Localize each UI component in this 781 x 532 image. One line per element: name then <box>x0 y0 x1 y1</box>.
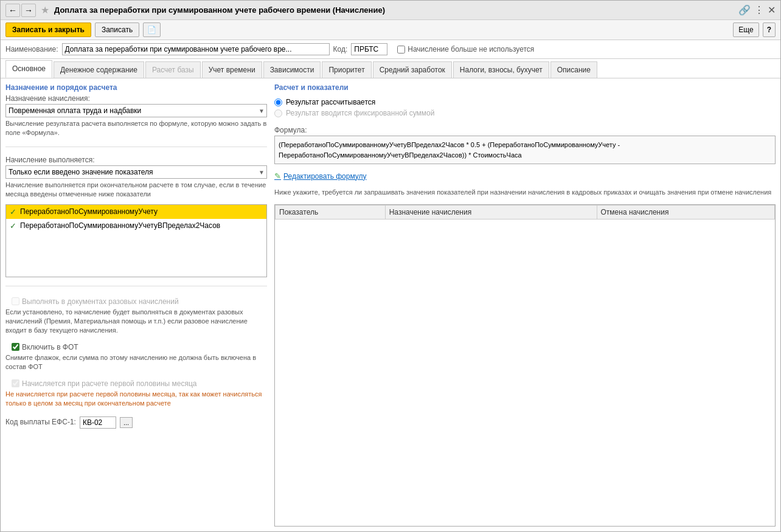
section-execution: Начисление выполняется: Только если введ… <box>5 156 267 199</box>
not-used-checkbox[interactable] <box>397 46 405 54</box>
radio-group: Результат рассчитывается Результат вводи… <box>274 98 776 117</box>
col-cancel: Отмена начисления <box>597 206 775 219</box>
separator-1 <box>5 147 267 147</box>
link-icon[interactable]: 🔗 <box>738 4 751 16</box>
left-panel: Назначение и порядок расчета Назначение … <box>5 83 267 527</box>
section-half: Начисляется при расчете первой половины … <box>5 379 267 409</box>
toolbar: Записать и закрыть Записать 📄 Еще ? <box>1 20 780 40</box>
fot-checkbox[interactable] <box>12 343 19 351</box>
tab-calc-base: Расчет базы <box>145 61 201 78</box>
formula-box: (ПереработаноПоСуммированномуУчетуВПреде… <box>274 136 776 164</box>
tab-main[interactable]: Основное <box>5 60 52 78</box>
save-button[interactable]: Записать <box>95 22 139 37</box>
tab-avg-wage[interactable]: Средний заработок <box>373 61 452 78</box>
check-icon-2: ✓ <box>10 221 16 230</box>
efs-label: Код выплаты ЕФС-1: <box>5 418 76 426</box>
efs-input[interactable] <box>80 416 116 429</box>
half-info: Не начисляется при расчете первой полови… <box>5 390 267 409</box>
assignment-label: Назначение начисления: <box>5 94 267 103</box>
section-assignment: Назначение и порядок расчета Назначение … <box>5 83 267 138</box>
list-item-1[interactable]: ✓ ПереработаноПоСуммированномуУчету <box>6 205 266 219</box>
window-title: Доплата за переработки при суммированном… <box>54 5 734 15</box>
title-bar: ← → ★ Доплата за переработки при суммиро… <box>1 1 780 20</box>
col-indicator: Показатель <box>276 206 386 219</box>
more-dots-icon[interactable]: ⋮ <box>754 4 764 16</box>
assignment-select-wrapper: Повременная оплата труда и надбавки ▼ <box>5 104 267 117</box>
execution-label: Начисление выполняется: <box>5 156 267 164</box>
main-content: Назначение и порядок расчета Назначение … <box>1 78 780 531</box>
indicators-table: Показатель Назначение начисления Отмена … <box>275 205 775 219</box>
fot-info: Снимите флажок, если сумма по этому начи… <box>5 353 267 372</box>
fot-label: Включить в ФОТ <box>22 343 78 351</box>
check-icon-1: ✓ <box>10 207 16 216</box>
document-button[interactable]: 📄 <box>143 22 161 37</box>
tab-taxes[interactable]: Налоги, взносы, бухучет <box>453 61 549 78</box>
not-used-label: Начисление больше не используется <box>408 45 534 54</box>
fot-checkbox-label[interactable]: Включить в ФОТ <box>12 343 267 351</box>
checklist-item-label-1: ПереработаноПоСуммированномуУчету <box>20 207 158 216</box>
section-title-calc: Расчет и показатели <box>274 83 776 92</box>
tab-time[interactable]: Учет времени <box>202 61 262 78</box>
indicators-table-wrapper: Показатель Назначение начисления Отмена … <box>274 204 776 527</box>
radio-calculated-text: Результат рассчитывается <box>286 98 375 106</box>
col-assign: Назначение начисления <box>385 206 597 219</box>
efs-browse-button[interactable]: ... <box>120 417 133 428</box>
radio-fixed-text: Результат вводится фиксированной суммой <box>286 109 434 117</box>
checklist-item-label-2: ПереработаноПоСуммированномуУчетуВПредел… <box>20 221 220 230</box>
edit-formula-label: Редактировать формулу <box>283 172 367 181</box>
more-button[interactable]: Еще <box>733 22 758 37</box>
razov-info: Если установлено, то начисление будет вы… <box>5 308 267 336</box>
radio-fixed-label: Результат вводится фиксированной суммой <box>274 109 776 117</box>
execution-select-wrapper: Только если введено значение показателя … <box>5 165 267 179</box>
section-fot: Включить в ФОТ Снимите флажок, если сумм… <box>5 343 267 372</box>
table-header: Показатель Назначение начисления Отмена … <box>276 206 775 219</box>
razov-label: Выполнять в документах разовых начислени… <box>22 297 179 306</box>
name-bar: Наименование: Доплата за переработки при… <box>1 40 780 59</box>
table-info-text: Ниже укажите, требуется ли запрашивать з… <box>274 188 776 197</box>
title-icon-group: 🔗 ⋮ ✕ <box>738 4 776 16</box>
pencil-icon: ✎ <box>274 171 281 181</box>
tab-money[interactable]: Денежное содержание <box>54 61 144 78</box>
name-value[interactable]: Доплата за переработки при суммированном… <box>62 43 330 55</box>
info-text-2: Начисление выполняется при окончательном… <box>5 181 267 199</box>
efs-row: Код выплаты ЕФС-1: ... <box>5 416 267 429</box>
half-checkbox <box>12 379 19 387</box>
code-input[interactable] <box>351 43 387 55</box>
formula-section: Формула: (ПереработаноПоСуммированномуУч… <box>274 126 776 168</box>
forward-button[interactable]: → <box>21 4 36 17</box>
tab-deps[interactable]: Зависимости <box>263 61 321 78</box>
execution-select[interactable]: Только если введено значение показателя <box>5 165 267 179</box>
formula-label: Формула: <box>274 126 776 134</box>
radio-fixed <box>274 109 282 117</box>
tab-priority[interactable]: Приоритет <box>322 61 371 78</box>
code-label: Код: <box>333 45 348 54</box>
nav-buttons: ← → <box>5 4 36 17</box>
section-title-assignment: Назначение и порядок расчета <box>5 83 267 92</box>
name-label: Наименование: <box>5 45 58 54</box>
half-checkbox-label[interactable]: Начисляется при расчете первой половины … <box>12 379 267 388</box>
back-button[interactable]: ← <box>5 4 20 17</box>
radio-calculated-label[interactable]: Результат рассчитывается <box>274 98 776 106</box>
edit-formula-button[interactable]: ✎ Редактировать формулу <box>274 171 776 181</box>
help-button[interactable]: ? <box>763 22 776 37</box>
right-panel: Расчет и показатели Результат рассчитыва… <box>274 83 776 527</box>
tabs-bar: Основное Денежное содержание Расчет базы… <box>1 59 780 78</box>
section-razov: Выполнять в документах разовых начислени… <box>5 297 267 336</box>
info-text-1: Вычисление результата расчета выполняетс… <box>5 119 267 138</box>
favorite-button[interactable]: ★ <box>41 4 49 16</box>
razov-checkbox <box>12 297 19 305</box>
list-item-2[interactable]: ✓ ПереработаноПоСуммированномуУчетуВПред… <box>6 219 266 233</box>
checklist-box: ✓ ПереработаноПоСуммированномуУчету ✓ Пе… <box>5 204 267 277</box>
razov-checkbox-label[interactable]: Выполнять в документах разовых начислени… <box>12 297 267 306</box>
close-icon[interactable]: ✕ <box>768 4 776 16</box>
tab-desc[interactable]: Описание <box>550 61 597 78</box>
half-label: Начисляется при расчете первой половины … <box>22 379 196 388</box>
save-close-button[interactable]: Записать и закрыть <box>5 22 91 37</box>
assignment-select[interactable]: Повременная оплата труда и надбавки <box>5 104 267 117</box>
radio-calculated[interactable] <box>274 98 282 106</box>
separator-2 <box>5 286 267 286</box>
not-used-checkbox-label[interactable]: Начисление больше не используется <box>397 45 534 54</box>
